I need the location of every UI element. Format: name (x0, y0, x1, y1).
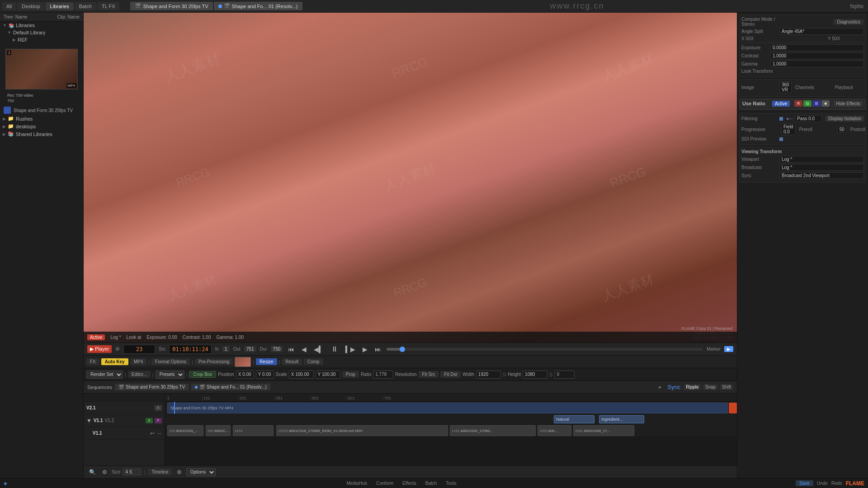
hide-effects-btn[interactable]: Hide Effects (833, 101, 863, 107)
snap-btn[interactable]: Snap (703, 384, 718, 390)
height-field[interactable] (523, 371, 547, 379)
ch-alpha-btn[interactable]: ■ (821, 100, 830, 107)
preroll-value[interactable]: 50 (837, 126, 847, 133)
display-mode-value[interactable]: 360 VR (779, 81, 792, 93)
btn-next-frame[interactable]: ▶ (361, 345, 369, 354)
sync-btn[interactable]: Sync (666, 383, 682, 391)
status-mediahub[interactable]: MediaHub (346, 481, 367, 486)
search-btn[interactable]: 🔍 (87, 468, 98, 476)
resize-btn[interactable]: Resize (256, 358, 277, 365)
status-undo[interactable]: Undo (817, 481, 828, 486)
comp-btn[interactable]: Comp (304, 358, 323, 365)
in-value[interactable]: 1 (222, 346, 230, 352)
viewport-value[interactable]: Log * (779, 156, 864, 163)
use-ratio-status[interactable]: Active (772, 101, 790, 107)
add-seq-btn[interactable]: ＋ (656, 383, 664, 392)
size-field[interactable] (123, 469, 141, 475)
save-btn[interactable]: Save (796, 480, 813, 486)
options-select[interactable]: Options (186, 468, 216, 476)
btn-go-end[interactable]: ⏭ (373, 345, 383, 354)
config-btn[interactable]: ⚙ (100, 468, 109, 476)
config-timeline-btn[interactable]: ⚙ (175, 468, 184, 476)
scale-x-field[interactable] (289, 371, 314, 379)
v2-main-clip[interactable]: Shape and Form 30 25fps TV MP4 (167, 403, 728, 413)
btn-play-fwd[interactable]: ▍▶ (344, 345, 357, 354)
transport-scrubber[interactable] (387, 348, 703, 351)
ingredient-clip[interactable]: Ingredient... (599, 415, 644, 423)
result-btn[interactable]: Result (282, 358, 302, 365)
natural-clip[interactable]: Natural (554, 415, 594, 423)
shift-btn[interactable]: Shift (720, 384, 733, 390)
filtering-slider[interactable] (787, 118, 793, 120)
broadcast-value[interactable]: Log * (779, 164, 864, 171)
out-value[interactable]: 751 (244, 346, 256, 352)
ch-b-btn[interactable]: B (812, 100, 821, 107)
tab-libraries[interactable]: Libraries (46, 2, 74, 10)
format-options-btn[interactable]: Format Options (151, 358, 190, 365)
status-batch[interactable]: Batch (425, 481, 437, 486)
clip-a001c033[interactable]: 333 A001C033_... (167, 425, 203, 436)
tab-tlfx[interactable]: TL FX (97, 2, 120, 10)
tree-libraries[interactable]: ▼ 📚 Libraries (0, 22, 83, 29)
media-thumbnail[interactable]: 1 MP4 (5, 49, 78, 89)
track-expand-icon[interactable]: ▼ (86, 418, 92, 424)
crop-box-btn[interactable]: Crop Box (189, 371, 216, 378)
clip-a001c016[interactable]: 19220 A001C016_170906_R20H_V1-0016.mxf H… (276, 425, 448, 436)
clip-a00[interactable]: 1000 A00... (538, 425, 571, 436)
marker-indicator[interactable]: ▶ (724, 346, 733, 352)
fx-label[interactable]: FX (86, 358, 99, 365)
width-field[interactable] (476, 371, 501, 379)
ch-g-btn[interactable]: G (803, 100, 811, 107)
track-sub-icon[interactable]: ↩ (150, 430, 155, 436)
fit-src-btn[interactable]: Fit Src (419, 371, 439, 378)
media-item-shape[interactable]: Shape and Form 30 25fps TV (0, 106, 83, 115)
tab-desktop[interactable]: Desktop (17, 2, 44, 10)
tree-default-library[interactable]: ▼ Default Library (0, 29, 83, 36)
mp4-btn[interactable]: MP4 (130, 358, 147, 365)
gamma-value[interactable]: 1.0000 (770, 61, 864, 67)
track-v2-s-btn[interactable]: S (155, 405, 162, 411)
file-tab-1[interactable]: 🎬 Shape and Form 30 25fps TV (130, 2, 212, 10)
prop-btn[interactable]: Prop (342, 371, 359, 378)
tree-rushes[interactable]: ▶ 📁 Rushes (0, 115, 83, 122)
timeline-btn[interactable]: Timeline (148, 469, 172, 475)
tree-shared-libraries[interactable]: ▶ 📚 Shared Libraries (0, 130, 83, 138)
seq-tab-2[interactable]: 🎬 Shape and Fo... 01 (Resolv...) (191, 384, 270, 390)
track-sub-icon2[interactable]: → (156, 430, 162, 436)
tab-all[interactable]: All (2, 2, 16, 10)
editor-btn[interactable]: Editor... (128, 371, 151, 378)
pos-x-field[interactable] (236, 371, 254, 379)
exposure-value[interactable]: 0.0000 (770, 44, 864, 51)
clip-3[interactable]: 1614 (233, 425, 274, 436)
status-redo[interactable]: Redo (831, 481, 842, 486)
presets-select[interactable]: Presets (156, 371, 184, 379)
file-tab-2[interactable]: 🎬 Shape and Fo... 01 (Resolv...) (214, 2, 302, 10)
display-isolation-btn[interactable]: Display Isolation (826, 116, 864, 122)
clip-a001c[interactable]: 499 A001C... (206, 425, 231, 436)
ch-r-btn[interactable]: R (794, 100, 802, 107)
btn-go-start[interactable]: ⏮ (286, 345, 296, 354)
btn-prev-frame[interactable]: ◀ (300, 345, 308, 354)
diagnostics-btn[interactable]: Diagnostics (833, 19, 864, 25)
tab-batch[interactable]: Batch (75, 2, 96, 10)
pos-y-field[interactable] (256, 371, 274, 379)
track-v1-s-btn[interactable]: S (146, 418, 153, 423)
render-set-select[interactable]: Render Set (86, 371, 123, 379)
status-effects[interactable]: Effects (402, 481, 416, 486)
status-tools[interactable]: Tools (446, 481, 456, 486)
contrast-value[interactable]: 1.0000 (770, 52, 864, 59)
fit-dst-btn[interactable]: Fit Dst (440, 371, 461, 378)
seq-tab-1[interactable]: 🎬 Shape and Form 30 25fps TV (115, 384, 189, 390)
btn-play-back[interactable]: ◀▍ (312, 345, 326, 354)
btn-pause[interactable]: ⏸ (329, 344, 340, 354)
auto-key-btn[interactable]: Auto Key (101, 358, 128, 365)
pre-processing-btn[interactable]: Pre-Processing (195, 358, 233, 365)
track-v1-p-btn[interactable]: P (155, 418, 162, 423)
dur-value[interactable]: 750 (271, 346, 283, 352)
scale-y-field[interactable] (316, 371, 340, 379)
clip-a001c020[interactable]: 1181 A001C020_17090... (450, 425, 536, 436)
tree-desktops[interactable]: ▶ 📁 desktops (0, 122, 83, 130)
sync-value[interactable]: Broadcast 2nd Viewport (779, 172, 864, 179)
status-conform[interactable]: Conform (376, 481, 393, 486)
tree-ref[interactable]: ▶ REF (0, 36, 83, 43)
